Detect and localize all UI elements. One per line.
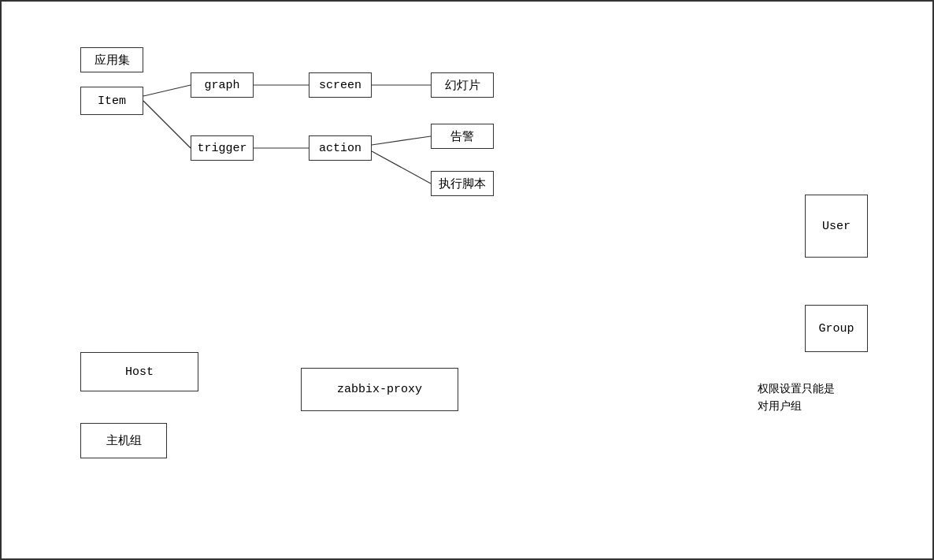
trigger-box: trigger [191,135,254,161]
graph-box: graph [191,72,254,98]
zhixingjiaoben-box: 执行脚本 [431,171,494,196]
screen-label: screen [319,79,361,92]
zhixingjiaoben-label: 执行脚本 [439,176,486,191]
zabbix-proxy-label: zabbix-proxy [337,383,422,396]
graph-label: graph [204,79,239,92]
item-box: Item [80,87,143,115]
svg-line-0 [143,85,191,96]
action-label: action [319,142,361,155]
gaojing-label: 告警 [450,129,474,144]
zhujizu-box: 主机组 [80,423,167,458]
screen-box: screen [309,72,372,98]
action-box: action [309,135,372,161]
host-box: Host [80,352,198,391]
item-label: Item [98,95,126,108]
gaojing-box: 告警 [431,124,494,149]
huadengpian-label: 幻灯片 [445,78,480,93]
yingyongji-label: 应用集 [95,53,130,68]
huadengpian-box: 幻灯片 [431,72,494,98]
yingyongji-box: 应用集 [80,47,143,72]
svg-line-6 [372,151,431,184]
user-box: User [805,195,868,258]
user-label: User [822,220,851,233]
host-label: Host [125,365,154,379]
svg-line-1 [143,101,191,148]
group-label: Group [818,322,854,336]
zabbix-proxy-box: zabbix-proxy [301,368,458,411]
zhujizu-label: 主机组 [106,433,142,448]
group-box: Group [805,305,868,352]
note-text: 权限设置只能是对用户组 [758,382,835,412]
trigger-label: trigger [197,142,246,155]
svg-line-5 [372,136,431,145]
note-label: 权限设置只能是对用户组 [758,380,835,415]
